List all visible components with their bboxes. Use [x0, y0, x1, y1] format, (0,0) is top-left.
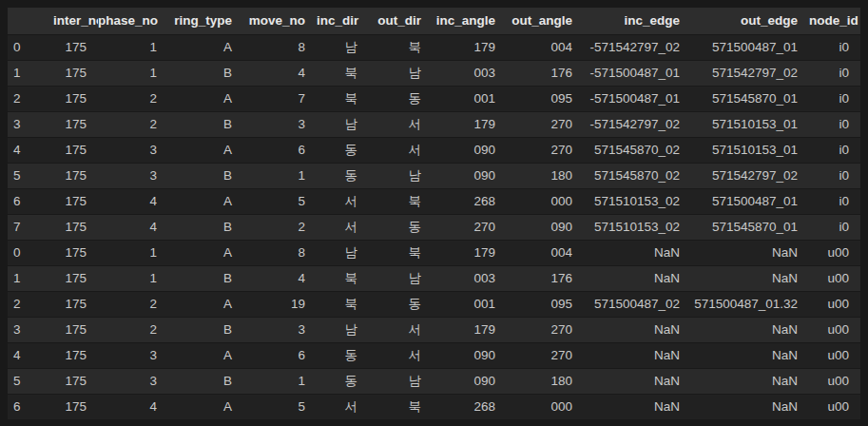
cell: B: [168, 214, 243, 240]
cell: 090: [507, 214, 584, 240]
cell: -571542797_02: [584, 111, 691, 137]
cell: 서: [317, 214, 369, 240]
cell: 001: [433, 291, 507, 317]
cell: 003: [433, 265, 507, 291]
column-header: ring_type: [168, 8, 243, 34]
cell: 571500487_02: [584, 291, 691, 317]
cell: 1: [243, 163, 317, 188]
cell: 북: [317, 265, 369, 291]
cell: 571510153_02: [584, 188, 691, 214]
cell: 175: [53, 317, 98, 342]
cell: NaN: [691, 368, 809, 394]
table-row: 71754B2서동270090571510153_02571545870_01i…: [8, 214, 860, 240]
cell: 175: [53, 265, 98, 291]
cell: u00: [809, 265, 860, 291]
table-row: 11751B4북남003176-571500487_01571542797_02…: [8, 60, 860, 86]
cell: 175: [53, 60, 98, 86]
cell: i0: [809, 34, 860, 60]
row-index: 4: [8, 342, 53, 368]
cell: 270: [433, 214, 507, 240]
cell: A: [168, 291, 243, 317]
cell: 175: [53, 342, 98, 368]
cell: B: [168, 317, 243, 342]
column-header: phase_no: [98, 8, 168, 34]
cell: 090: [433, 368, 507, 394]
cell: i0: [809, 111, 860, 137]
cell: 175: [53, 111, 98, 137]
dataframe-table: inter_nophase_noring_typemove_noinc_diro…: [8, 8, 860, 420]
cell: 3: [98, 368, 168, 394]
cell: 서: [317, 394, 369, 419]
column-header: move_no: [243, 8, 317, 34]
cell: 북: [369, 240, 433, 265]
column-header: inc_edge: [584, 8, 691, 34]
cell: 004: [507, 34, 584, 60]
cell: 4: [98, 394, 168, 419]
cell: 571545870_01: [691, 86, 809, 111]
cell: 6: [243, 342, 317, 368]
cell: 2: [98, 317, 168, 342]
cell: 3: [98, 163, 168, 188]
row-index: 4: [8, 137, 53, 163]
table-row: 31752B3남서179270-571542797_02571510153_01…: [8, 111, 860, 137]
cell: B: [168, 111, 243, 137]
cell: 1: [98, 34, 168, 60]
cell: 175: [53, 137, 98, 163]
cell: 1: [98, 60, 168, 86]
table-row: 61754A5서북268000NaNNaNu00: [8, 394, 860, 419]
row-index: 7: [8, 214, 53, 240]
dataframe-output: inter_nophase_noring_typemove_noinc_diro…: [8, 8, 860, 420]
cell: 8: [243, 34, 317, 60]
cell: B: [168, 265, 243, 291]
cell: 서: [369, 111, 433, 137]
row-index: 6: [8, 188, 53, 214]
cell: 4: [243, 60, 317, 86]
cell: NaN: [584, 368, 691, 394]
cell: 175: [53, 291, 98, 317]
cell: 095: [507, 291, 584, 317]
cell: 동: [369, 214, 433, 240]
cell: 001: [433, 86, 507, 111]
cell: A: [168, 342, 243, 368]
cell: 571510153_01: [691, 137, 809, 163]
table-row: 61754A5서북268000571510153_02571500487_01i…: [8, 188, 860, 214]
cell: i0: [809, 60, 860, 86]
table-row: 51753B1동남090180571545870_02571542797_02i…: [8, 163, 860, 188]
cell: 175: [53, 34, 98, 60]
cell: 090: [433, 342, 507, 368]
table-row: 01751A8남북179004-571542797_02571500487_01…: [8, 34, 860, 60]
cell: i0: [809, 214, 860, 240]
cell: 175: [53, 368, 98, 394]
cell: -571500487_01: [584, 60, 691, 86]
cell: NaN: [691, 317, 809, 342]
cell: NaN: [691, 265, 809, 291]
cell: 176: [507, 265, 584, 291]
cell: 1: [98, 240, 168, 265]
column-header: inc_dir: [317, 8, 369, 34]
cell: 서: [369, 137, 433, 163]
cell: u00: [809, 342, 860, 368]
cell: 270: [507, 342, 584, 368]
cell: i0: [809, 188, 860, 214]
cell: 남: [317, 240, 369, 265]
cell: 남: [369, 163, 433, 188]
cell: 090: [433, 163, 507, 188]
cell: 동: [317, 342, 369, 368]
cell: B: [168, 163, 243, 188]
cell: NaN: [691, 342, 809, 368]
table-body: 01751A8남북179004-571542797_02571500487_01…: [8, 34, 860, 419]
cell: 북: [369, 34, 433, 60]
cell: 175: [53, 240, 98, 265]
cell: u00: [809, 291, 860, 317]
cell: 북: [317, 60, 369, 86]
cell: 004: [507, 240, 584, 265]
cell: A: [168, 34, 243, 60]
cell: 6: [243, 137, 317, 163]
cell: 268: [433, 394, 507, 419]
cell: i0: [809, 163, 860, 188]
cell: 1: [243, 368, 317, 394]
table-row: 31752B3남서179270NaNNaNu00: [8, 317, 860, 342]
row-index: 5: [8, 163, 53, 188]
cell: NaN: [584, 342, 691, 368]
cell: 179: [433, 317, 507, 342]
